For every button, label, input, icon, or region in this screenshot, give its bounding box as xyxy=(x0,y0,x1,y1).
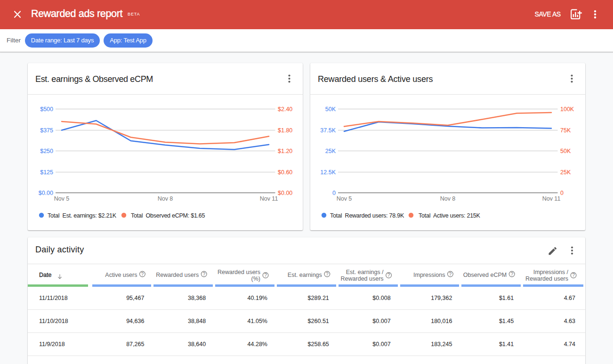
svg-text:Rewarded users: Rewarded users xyxy=(525,275,568,282)
svg-text:Rewarded users & Active users: Rewarded users & Active users xyxy=(318,74,433,84)
svg-text:$125: $125 xyxy=(40,169,53,176)
svg-text:Nov 5: Nov 5 xyxy=(337,195,352,202)
svg-text:Rewarded users: Rewarded users xyxy=(341,275,384,282)
svg-text:100K: 100K xyxy=(560,106,574,113)
svg-text:50K: 50K xyxy=(325,106,336,113)
svg-text:?: ? xyxy=(510,272,513,277)
svg-text:Total Observed eCPM: $1.65: Total Observed eCPM: $1.65 xyxy=(131,212,205,219)
svg-text:?: ? xyxy=(449,272,452,277)
svg-text:25K: 25K xyxy=(560,169,571,176)
svg-text:12.5K: 12.5K xyxy=(320,169,336,176)
svg-text:25K: 25K xyxy=(325,148,336,154)
svg-text:75K: 75K xyxy=(560,127,571,134)
svg-text:Total Rewarded users: 78.9K: Total Rewarded users: 78.9K xyxy=(330,212,404,219)
svg-text:Impressions: Impressions xyxy=(413,272,445,278)
svg-text:37.5K: 37.5K xyxy=(320,127,336,134)
svg-text:?: ? xyxy=(572,273,575,278)
svg-text:?: ? xyxy=(264,273,267,278)
svg-text:$500: $500 xyxy=(40,106,53,113)
svg-text:Est. earnings: Est. earnings xyxy=(288,272,322,278)
svg-text:SAVE AS: SAVE AS xyxy=(535,10,561,18)
svg-text:$2.40: $2.40 xyxy=(278,106,292,113)
svg-text:$375: $375 xyxy=(40,127,53,134)
svg-text:Nov 8: Nov 8 xyxy=(440,195,456,202)
svg-text:Observed eCPM: Observed eCPM xyxy=(463,272,507,278)
svg-text:Rewarded users: Rewarded users xyxy=(218,269,260,275)
svg-text:?: ? xyxy=(326,272,329,277)
svg-text:$1.80: $1.80 xyxy=(278,127,292,134)
svg-text:50K: 50K xyxy=(560,148,571,154)
svg-text:Nov 11: Nov 11 xyxy=(260,195,278,202)
svg-text:Nov 8: Nov 8 xyxy=(158,195,173,202)
svg-text:Impressions /: Impressions / xyxy=(533,269,569,275)
svg-text:?: ? xyxy=(141,272,144,277)
svg-text:Active users: Active users xyxy=(105,272,137,278)
svg-text:Rewarded users: Rewarded users xyxy=(156,272,199,278)
svg-text:Rewarded ads report: Rewarded ads report xyxy=(31,8,123,19)
svg-text:(%): (%) xyxy=(251,275,260,282)
svg-text:$0.00: $0.00 xyxy=(39,190,53,196)
svg-text:Nov 11: Nov 11 xyxy=(542,195,561,202)
svg-text:$0.60: $0.60 xyxy=(278,169,292,176)
svg-text:$1.20: $1.20 xyxy=(278,148,292,154)
svg-text:$0.00: $0.00 xyxy=(278,190,292,196)
svg-text:0: 0 xyxy=(560,190,564,196)
svg-text:Nov 5: Nov 5 xyxy=(54,195,70,202)
svg-text:?: ? xyxy=(202,272,205,277)
svg-text:Date: Date xyxy=(39,272,51,278)
svg-text:Est. earnings /: Est. earnings / xyxy=(346,269,384,275)
svg-text:0: 0 xyxy=(332,190,336,196)
svg-text:Total Est. earnings: $2.21K: Total Est. earnings: $2.21K xyxy=(48,212,117,219)
svg-text:Est. earnings & Observed eCPM: Est. earnings & Observed eCPM xyxy=(35,74,153,84)
svg-text:?: ? xyxy=(387,273,390,278)
svg-text:BETA: BETA xyxy=(128,12,140,16)
svg-text:$250: $250 xyxy=(40,148,53,154)
svg-text:Total Active users: 215K: Total Active users: 215K xyxy=(419,212,481,219)
